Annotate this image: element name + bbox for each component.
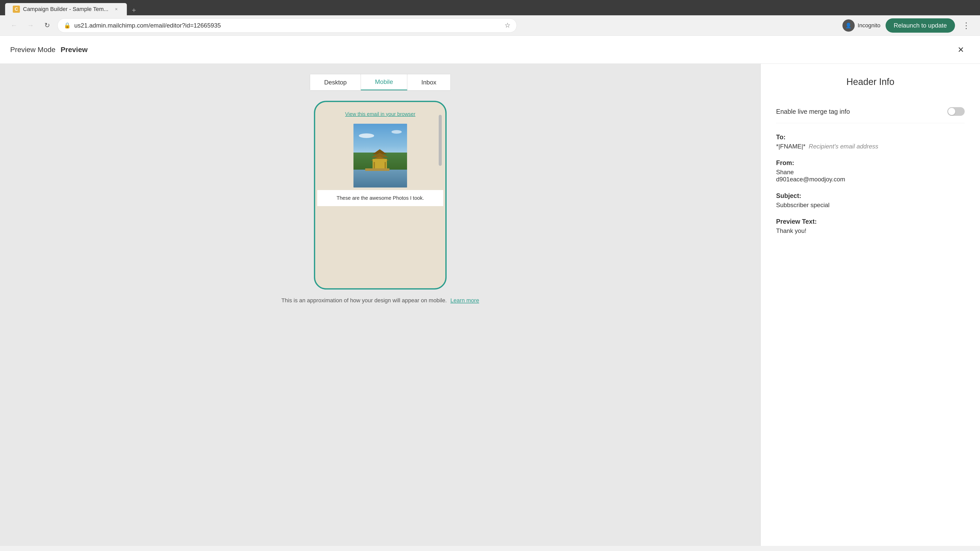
from-name: Shane (776, 168, 965, 176)
preview-mode-label: Preview Mode (10, 46, 56, 54)
mobile-tab[interactable]: Mobile (361, 74, 407, 90)
subject-value: Subbscriber special (776, 202, 965, 209)
back-button[interactable]: ← (8, 19, 21, 32)
subject-label: Subject: (776, 192, 965, 200)
app-header: Preview Mode Preview × (0, 36, 980, 64)
bookmark-icon[interactable]: ☆ (504, 21, 511, 29)
tab-title: Campaign Builder - Sample Tem... (23, 6, 108, 13)
scrollbar-thumb[interactable] (439, 115, 442, 166)
approximation-notice: This is an approximation of how your des… (282, 297, 479, 304)
panel-title: Header Info (776, 76, 965, 87)
approx-text: This is an approximation of how your des… (282, 297, 447, 303)
email-header: View this email in your browser (317, 104, 443, 121)
building-structure (369, 149, 390, 170)
merge-tag-row: Enable live merge tag info (776, 100, 965, 123)
close-preview-button[interactable]: × (955, 43, 967, 56)
email-caption: These are the awesome Photos I took. (317, 190, 443, 206)
toggle-knob (948, 108, 955, 115)
from-row: From: Shane d901eace@moodjoy.com (776, 159, 965, 183)
reload-button[interactable]: ↻ (41, 19, 54, 32)
lock-icon: 🔒 (64, 22, 71, 29)
subject-row: Subject: Subbscriber special (776, 192, 965, 209)
view-in-browser-link[interactable]: View this email in your browser (345, 111, 415, 117)
merge-tag-label: Enable live merge tag info (776, 108, 850, 115)
learn-more-link[interactable]: Learn more (450, 297, 479, 303)
to-sub-value: Recipient's email address (809, 143, 878, 150)
from-label: From: (776, 159, 965, 167)
to-label: To: (776, 133, 965, 141)
water-bg (353, 170, 407, 187)
address-text: us21.admin.mailchimp.com/email/editor?id… (74, 22, 501, 29)
device-wrapper: View this email in your browser (314, 101, 447, 289)
inbox-tab[interactable]: Inbox (407, 74, 450, 90)
cloud2 (391, 130, 402, 134)
forward-button[interactable]: → (24, 19, 37, 32)
email-hero-image (353, 124, 407, 187)
incognito-label: Incognito (858, 22, 880, 29)
cloud1 (359, 133, 374, 138)
caption-text: These are the awesome Photos I took. (337, 195, 424, 201)
preview-text-label: Preview Text: (776, 218, 965, 225)
tab-favicon: C (13, 6, 20, 13)
desktop-tab[interactable]: Desktop (310, 74, 361, 90)
browser-menu-button[interactable]: ⋮ (960, 21, 972, 30)
merge-tag-toggle[interactable] (947, 107, 965, 116)
new-tab-button[interactable]: + (129, 5, 139, 15)
browser-menu-icon: 👤 Incognito (842, 19, 880, 32)
active-tab[interactable]: C Campaign Builder - Sample Tem... × (5, 3, 127, 15)
right-panel: Header Info Enable live merge tag info T… (760, 64, 980, 546)
to-merge-tag: *|FNAME|* (776, 143, 805, 150)
tab-close-btn[interactable]: × (114, 6, 119, 12)
mobile-screen[interactable]: View this email in your browser (317, 104, 443, 286)
mobile-frame: View this email in your browser (314, 101, 447, 289)
to-value: *|FNAME|* Recipient's email address (776, 143, 965, 150)
building-base (365, 168, 390, 171)
relaunch-button[interactable]: Relaunch to update (886, 18, 955, 33)
incognito-avatar: 👤 (842, 19, 855, 32)
preview-tabs: Desktop Mobile Inbox (310, 74, 450, 91)
from-email: d901eace@moodjoy.com (776, 176, 965, 183)
address-bar[interactable]: 🔒 us21.admin.mailchimp.com/email/editor?… (57, 18, 517, 33)
preview-label: Preview (60, 46, 88, 54)
preview-text-row: Preview Text: Thank you! (776, 218, 965, 234)
toolbar-right: 👤 Incognito Relaunch to update ⋮ (842, 18, 972, 33)
header-info-section: To: *|FNAME|* Recipient's email address … (776, 133, 965, 234)
preview-text-value: Thank you! (776, 227, 965, 234)
to-row: To: *|FNAME|* Recipient's email address (776, 133, 965, 150)
